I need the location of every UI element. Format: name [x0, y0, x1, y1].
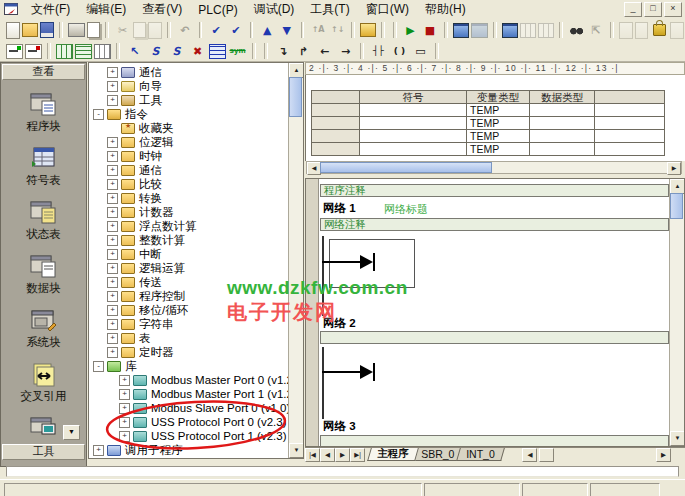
open-icon[interactable]	[22, 23, 38, 37]
scroll-thumb[interactable]	[320, 162, 492, 173]
tree-item[interactable]: +通信	[90, 65, 288, 79]
download-icon[interactable]: ▼	[278, 21, 296, 39]
collapse-icon[interactable]: -	[93, 361, 104, 372]
last-tab-icon[interactable]: ▶|	[350, 448, 365, 462]
menu-help[interactable]: 帮助(H)	[417, 0, 474, 19]
network-1-title[interactable]: 网络 1	[323, 201, 356, 216]
symbol-table-icon[interactable]	[209, 44, 226, 59]
expand-icon[interactable]: +	[107, 277, 118, 288]
scroll-right-icon[interactable]: ▶	[656, 448, 671, 462]
prev-tab-icon[interactable]: ◀	[320, 448, 335, 462]
expand-icon[interactable]: +	[93, 445, 104, 456]
scroll-thumb[interactable]	[289, 77, 302, 117]
fbd-view-icon[interactable]	[75, 44, 92, 59]
expand-icon[interactable]: +	[107, 305, 118, 316]
table-row[interactable]: TEMP	[312, 104, 665, 117]
close-icon[interactable]: ×	[664, 2, 682, 17]
delete-network-icon[interactable]	[25, 44, 42, 59]
save-icon[interactable]	[40, 22, 55, 38]
tree-item[interactable]: +位逻辑	[90, 135, 288, 149]
expand-icon[interactable]: +	[107, 151, 118, 162]
expand-icon[interactable]: +	[107, 235, 118, 246]
tree-item[interactable]: -库	[90, 359, 288, 373]
tree-item[interactable]: +比较	[90, 177, 288, 191]
tree-item[interactable]: +Modbus Slave Port 0 (v1.0)	[90, 401, 288, 415]
scroll-thumb[interactable]	[539, 448, 554, 462]
expand-icon[interactable]: +	[107, 221, 118, 232]
sidebar-item-system-block[interactable]: 系统块	[1, 309, 86, 350]
tree-item-uss-port0[interactable]: +USS Protocol Port 0 (v2.3)	[90, 415, 288, 429]
tree-item[interactable]: +通信	[90, 163, 288, 177]
expand-icon[interactable]: +	[107, 347, 118, 358]
tree-item[interactable]: +定时器	[90, 345, 288, 359]
tree-item[interactable]: +向导	[90, 79, 288, 93]
scroll-left-icon[interactable]: ◀	[307, 162, 321, 175]
tree-item[interactable]: +时钟	[90, 149, 288, 163]
expand-icon[interactable]: +	[107, 207, 118, 218]
expand-icon[interactable]: +	[107, 179, 118, 190]
minimize-icon[interactable]: _	[624, 2, 642, 17]
tree-item[interactable]: +Modbus Master Port 1 (v1.2)	[90, 387, 288, 401]
tree-item[interactable]: +计数器	[90, 205, 288, 219]
scroll-down-icon[interactable]: ▼	[289, 443, 304, 458]
sidebar-item-status-chart[interactable]: 状态表	[1, 201, 86, 242]
row-header[interactable]	[312, 104, 360, 117]
compile-all-icon[interactable]: ✔	[227, 21, 245, 39]
delete-selection-icon[interactable]: ✖	[188, 42, 207, 60]
junction-down-icon[interactable]: ↴	[273, 42, 292, 60]
expand-icon[interactable]: +	[107, 291, 118, 302]
expand-icon[interactable]: +	[107, 67, 118, 78]
box-icon[interactable]: ▭	[411, 42, 430, 60]
run-icon[interactable]: ▶	[402, 21, 420, 39]
expand-icon[interactable]: +	[107, 249, 118, 260]
line-left-icon[interactable]: ←	[315, 42, 334, 60]
line-right-icon[interactable]: →	[336, 42, 355, 60]
chart-status-icon[interactable]	[502, 23, 519, 38]
ladder-scrollbar[interactable]: ▲ ▼	[669, 179, 684, 446]
menu-edit[interactable]: 编辑(E)	[78, 0, 134, 19]
menu-view[interactable]: 查看(V)	[134, 0, 190, 19]
expand-icon[interactable]: +	[107, 333, 118, 344]
network-1-subtitle[interactable]: 网络标题	[384, 202, 428, 217]
scroll-up-icon[interactable]: ▲	[289, 63, 304, 78]
tools-bar-header[interactable]: 工具	[2, 444, 85, 460]
table-row[interactable]: TEMP	[312, 117, 665, 130]
expand-icon[interactable]: +	[107, 95, 118, 106]
pointer-icon[interactable]: ↖	[125, 42, 144, 60]
tree-item[interactable]: +浮点数计算	[90, 219, 288, 233]
tab-main-program[interactable]: 主程序	[367, 448, 418, 461]
ladder-editor[interactable]: 程序注释 网络 1 网络标题 网络注释 网络 2 网络 3 ▲ ▼	[305, 178, 685, 447]
tree-item[interactable]: +整数计算	[90, 233, 288, 247]
table-row[interactable]: TEMP	[312, 143, 665, 156]
row-header[interactable]	[312, 117, 360, 130]
lad-view-icon[interactable]	[56, 44, 73, 59]
sidebar-item-data-block[interactable]: 数据块	[1, 255, 86, 296]
address-grid-icon[interactable]	[94, 44, 111, 59]
scroll-down-icon[interactable]: ▼	[670, 431, 685, 446]
menu-window[interactable]: 窗口(W)	[358, 0, 417, 19]
scroll-down-icon[interactable]: ▼	[63, 425, 80, 440]
junction-up-icon[interactable]: ↱	[294, 42, 313, 60]
program-status-icon[interactable]	[453, 23, 470, 38]
sym-toggle-icon[interactable]: sym	[228, 42, 247, 60]
expand-icon[interactable]: +	[119, 431, 130, 442]
expand-icon[interactable]: +	[119, 375, 130, 386]
row-header[interactable]	[312, 130, 360, 143]
tree-item[interactable]: -指令	[90, 107, 288, 121]
scroll-left-icon[interactable]: ◀	[522, 448, 537, 462]
menu-debug[interactable]: 调试(D)	[246, 0, 303, 19]
expand-icon[interactable]: +	[107, 165, 118, 176]
table-horizontal-scrollbar[interactable]: ◀ ▶	[306, 161, 682, 174]
first-tab-icon[interactable]: |◀	[305, 448, 320, 462]
lasso-alt-icon[interactable]: S	[167, 42, 186, 60]
view-bar-header[interactable]: 查看	[2, 64, 85, 80]
network-3-title[interactable]: 网络 3	[323, 419, 356, 434]
options-icon[interactable]	[360, 23, 376, 37]
tree-item[interactable]: +工具	[90, 93, 288, 107]
tree-item-uss-port1[interactable]: +USS Protocol Port 1 (v2.3)	[90, 429, 288, 443]
stop-icon[interactable]: ■	[421, 21, 439, 39]
expand-icon[interactable]: +	[119, 417, 130, 428]
scroll-right-icon[interactable]: ▶	[667, 162, 681, 175]
network-3-comment[interactable]	[320, 435, 669, 447]
sidebar-item-symbol-table[interactable]: 符号表	[1, 147, 86, 188]
